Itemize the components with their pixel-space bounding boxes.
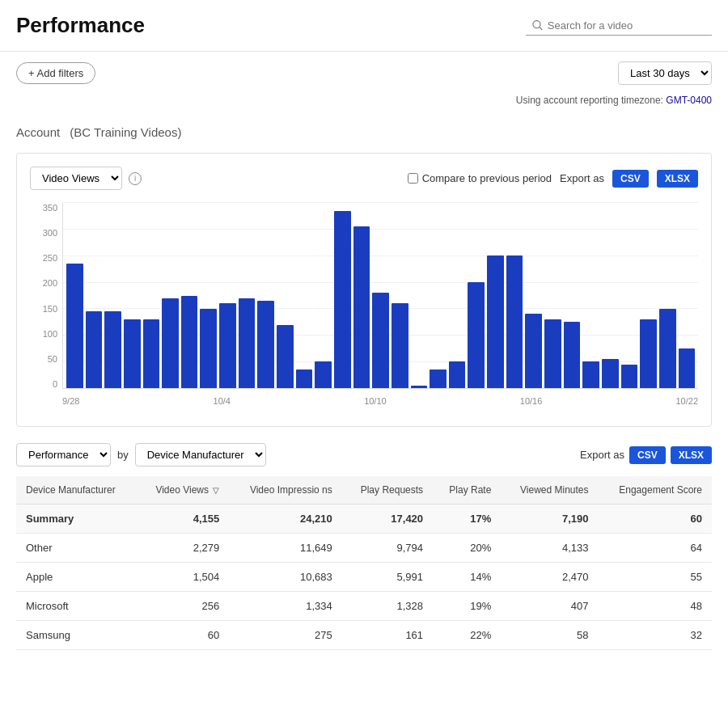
y-label-0: 0	[30, 379, 62, 389]
row-views-other: 2,279	[137, 534, 229, 563]
bar-6[interactable]	[181, 296, 198, 389]
bar-10[interactable]	[257, 301, 274, 388]
bar-0[interactable]	[66, 264, 83, 388]
bar-26[interactable]	[564, 322, 581, 388]
bar-19[interactable]	[430, 369, 447, 388]
y-label-150: 150	[30, 304, 62, 314]
x-label-928: 9/28	[62, 396, 79, 406]
table-export-label: Export as	[580, 449, 624, 461]
bar-24[interactable]	[525, 314, 542, 388]
row-engagement-apple: 55	[599, 563, 712, 592]
bar-31[interactable]	[659, 309, 676, 388]
chart-left-controls: Video Views i	[30, 167, 142, 190]
header: Performance	[0, 0, 728, 52]
compare-label[interactable]: Compare to previous period	[408, 172, 552, 184]
bar-14[interactable]	[334, 211, 351, 388]
y-label-200: 200	[30, 278, 62, 288]
row-device-samsung[interactable]: Samsung	[16, 621, 137, 650]
bar-13[interactable]	[315, 361, 332, 388]
summary-impressions: 24,210	[229, 505, 341, 534]
y-label-350: 350	[30, 203, 62, 213]
col-header-minutes: Viewed Minutes	[501, 476, 598, 505]
row-impressions-microsoft: 1,334	[229, 592, 341, 621]
table-row: Microsoft 256 1,334 1,328 19% 407 48	[16, 592, 712, 621]
table-header: Device Manufacturer Video Views ▽ Video …	[16, 476, 712, 505]
bar-32[interactable]	[679, 348, 696, 388]
bar-12[interactable]	[296, 369, 313, 388]
add-filters-button[interactable]: + Add filters	[16, 62, 95, 84]
filters-bar: + Add filters Last 30 days Last 7 days L…	[0, 52, 728, 95]
table-section: Performance by Device Manufacturer Expor…	[16, 443, 712, 650]
by-label: by	[117, 449, 129, 461]
group-table-select[interactable]: Device Manufacturer	[135, 443, 266, 467]
bar-27[interactable]	[582, 361, 599, 388]
row-engagement-other: 64	[599, 534, 712, 563]
table-export-xlsx-button[interactable]: XLSX	[671, 446, 712, 464]
chart-controls: Video Views i Compare to previous period…	[30, 167, 698, 190]
table-row-summary: Summary 4,155 24,210 17,420 17% 7,190 60	[16, 505, 712, 534]
bar-23[interactable]	[506, 255, 523, 388]
bar-11[interactable]	[277, 325, 294, 389]
bar-30[interactable]	[640, 319, 657, 388]
timezone-link[interactable]: GMT-0400	[666, 95, 712, 106]
table-right-controls: Export as CSV XLSX	[580, 446, 712, 464]
compare-checkbox[interactable]	[408, 173, 418, 184]
bar-15[interactable]	[353, 226, 370, 388]
bar-8[interactable]	[219, 303, 236, 388]
bar-1[interactable]	[86, 311, 103, 388]
x-label-1022: 10/22	[675, 396, 698, 406]
x-label-104: 10/4	[214, 396, 231, 406]
bar-20[interactable]	[449, 361, 466, 388]
metric-select[interactable]: Video Views	[30, 167, 122, 190]
bar-3[interactable]	[124, 319, 141, 388]
table-export-csv-button[interactable]: CSV	[629, 446, 666, 464]
bar-5[interactable]	[162, 298, 179, 388]
row-requests-microsoft: 1,328	[342, 592, 433, 621]
bar-9[interactable]	[239, 298, 256, 388]
y-label-300: 300	[30, 228, 62, 238]
date-range-select[interactable]: Last 30 days Last 7 days Last 90 days Cu…	[618, 61, 712, 85]
col-header-views[interactable]: Video Views ▽	[137, 476, 229, 505]
bar-7[interactable]	[200, 309, 217, 388]
bar-21[interactable]	[468, 282, 485, 388]
chart-export-csv-button[interactable]: CSV	[612, 170, 649, 188]
row-requests-other: 9,794	[342, 534, 433, 563]
row-views-samsung: 60	[137, 621, 229, 650]
x-label-1016: 10/16	[520, 396, 543, 406]
table-row: Apple 1,504 10,683 5,991 14% 2,470 55	[16, 563, 712, 592]
search-box[interactable]	[526, 16, 712, 36]
bar-17[interactable]	[392, 303, 408, 388]
row-minutes-samsung: 58	[501, 621, 598, 650]
chart-section: Video Views i Compare to previous period…	[16, 153, 712, 427]
y-axis: 0 50 100 150 200 250 300 350	[30, 203, 62, 389]
bar-28[interactable]	[602, 359, 619, 388]
summary-requests: 17,420	[342, 505, 433, 534]
chart-right-controls: Compare to previous period Export as CSV…	[408, 170, 698, 188]
bar-4[interactable]	[143, 319, 160, 388]
bar-16[interactable]	[372, 293, 389, 388]
row-views-microsoft: 256	[137, 592, 229, 621]
search-input[interactable]	[548, 19, 705, 32]
chart-export-xlsx-button[interactable]: XLSX	[657, 170, 698, 188]
info-icon[interactable]: i	[129, 172, 142, 185]
bar-29[interactable]	[621, 365, 638, 388]
row-device-microsoft[interactable]: Microsoft	[16, 592, 137, 621]
bar-22[interactable]	[487, 255, 504, 388]
row-impressions-apple: 10,683	[229, 563, 341, 592]
summary-views: 4,155	[137, 505, 229, 534]
bar-25[interactable]	[544, 319, 561, 388]
metric-table-select[interactable]: Performance	[16, 443, 111, 467]
chart-area	[62, 203, 698, 389]
table-controls: Performance by Device Manufacturer Expor…	[16, 443, 712, 467]
row-engagement-samsung: 32	[599, 621, 712, 650]
bar-18[interactable]	[411, 386, 428, 388]
row-minutes-other: 4,133	[501, 534, 598, 563]
y-label-50: 50	[30, 354, 62, 364]
bar-chart: 0 50 100 150 200 250 300 350 9/28 10/4 1…	[30, 203, 698, 413]
x-axis: 9/28 10/4 10/10 10/16 10/22	[62, 389, 698, 413]
bar-2[interactable]	[104, 311, 121, 388]
row-rate-other: 20%	[433, 534, 501, 563]
row-device-apple[interactable]: Apple	[16, 563, 137, 592]
row-views-apple: 1,504	[137, 563, 229, 592]
row-device-other[interactable]: Other	[16, 534, 137, 563]
